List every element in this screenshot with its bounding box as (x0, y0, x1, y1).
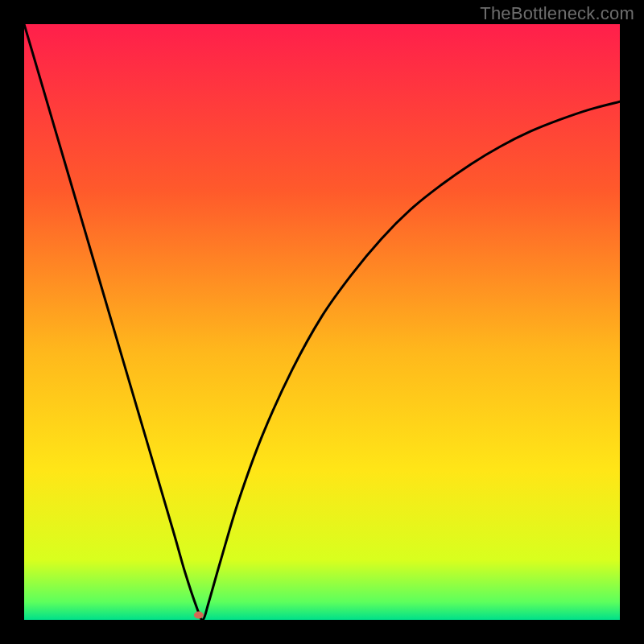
chart-frame: TheBottleneck.com (0, 0, 644, 644)
chart-svg (24, 24, 620, 620)
plot-area (24, 24, 620, 620)
optimal-point-marker (194, 612, 204, 619)
gradient-background (24, 24, 620, 620)
watermark-text: TheBottleneck.com (480, 3, 634, 24)
